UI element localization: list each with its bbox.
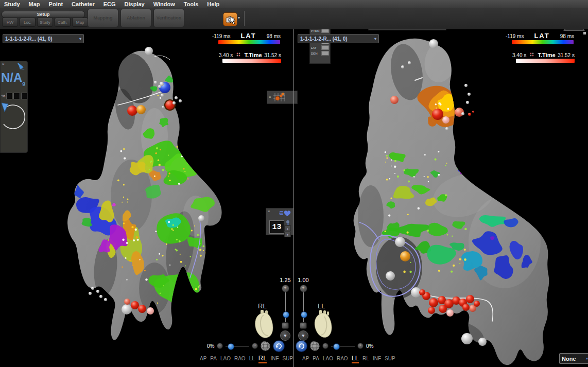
menu-study[interactable]: Study <box>4 1 20 7</box>
menu-help[interactable]: Help <box>207 1 219 7</box>
map-selector-right[interactable]: 1-1-1-1-2-R... (41, 0) ▾ <box>298 34 379 43</box>
count-down-button[interactable]: ▼ <box>284 232 291 237</box>
count-up-button[interactable]: ▲ <box>284 225 291 231</box>
orientation-button-rl[interactable]: RL <box>362 356 369 361</box>
setup-button-hw[interactable]: HW <box>2 18 18 27</box>
map-point[interactable] <box>131 301 139 309</box>
map-point[interactable] <box>461 333 473 344</box>
close-icon[interactable]: × <box>2 62 5 71</box>
map-point[interactable] <box>474 301 480 307</box>
orientation-button-lao[interactable]: LAO <box>220 356 231 361</box>
heart-orientation-left[interactable] <box>252 309 275 341</box>
snapshot-dropdown-chevron[interactable]: ▾ <box>238 15 240 20</box>
zoom-out-button[interactable]: − <box>282 322 289 329</box>
map-point[interactable] <box>122 304 132 314</box>
zoom-track[interactable] <box>303 292 304 322</box>
map-point[interactable] <box>136 105 146 114</box>
orientation-button-sup[interactable]: SUP <box>385 356 395 361</box>
map-point[interactable] <box>147 307 154 314</box>
map-point[interactable] <box>446 309 454 317</box>
map-point[interactable] <box>468 93 471 96</box>
orientation-button-pa[interactable]: PA <box>210 356 217 361</box>
map-point[interactable] <box>96 290 99 293</box>
orientation-button-lao[interactable]: LAO <box>323 356 333 361</box>
3d-map-canvas[interactable] <box>0 0 588 367</box>
map-point[interactable] <box>468 113 471 116</box>
map-point[interactable] <box>478 338 487 346</box>
setup-button-study[interactable]: Study <box>37 18 53 27</box>
map-point[interactable] <box>438 151 440 153</box>
map-point[interactable] <box>165 100 175 110</box>
zoom-track[interactable] <box>285 292 286 322</box>
rotate-button[interactable] <box>273 340 285 352</box>
lat-colorbar[interactable] <box>218 40 280 44</box>
pan-plus-button[interactable]: + <box>357 343 364 349</box>
map-point[interactable] <box>408 61 411 64</box>
map-point[interactable] <box>461 112 464 115</box>
map-point[interactable] <box>432 109 443 120</box>
orientation-button-rao[interactable]: RAO <box>234 356 246 361</box>
anatomy-map-right[interactable] <box>354 39 549 365</box>
menu-display[interactable]: Display <box>125 1 145 7</box>
orientation-button-ap[interactable]: AP <box>302 356 309 361</box>
map-point[interactable] <box>439 305 447 313</box>
map-point[interactable] <box>386 271 395 281</box>
map-point[interactable] <box>442 116 449 124</box>
map-point[interactable] <box>445 127 448 130</box>
zoom-in-button[interactable]: + <box>282 285 289 292</box>
pan-handle[interactable] <box>228 343 234 350</box>
menu-tools[interactable]: Tools <box>184 1 199 7</box>
menu-window[interactable]: Window <box>153 1 175 7</box>
map-point[interactable] <box>400 251 410 261</box>
map-point[interactable] <box>127 106 137 116</box>
pan-minus-button[interactable]: − <box>217 343 223 349</box>
map-point[interactable] <box>89 292 92 295</box>
setup-button-loc[interactable]: Loc. <box>20 18 36 27</box>
map-point[interactable] <box>175 96 178 99</box>
orientation-button-ap[interactable]: AP <box>200 356 206 361</box>
map-point[interactable] <box>138 305 146 313</box>
map-point[interactable] <box>179 99 182 102</box>
close-icon[interactable]: × <box>269 95 271 99</box>
orientation-button-ll[interactable]: LL <box>249 356 255 361</box>
stage-button-verification[interactable]: Verification <box>153 9 184 27</box>
map-point[interactable] <box>91 287 94 290</box>
orientation-button-ll[interactable]: LL <box>352 354 359 363</box>
pan-track[interactable] <box>331 346 355 346</box>
map-point[interactable] <box>466 101 469 104</box>
map-point[interactable] <box>145 47 153 55</box>
orientation-button-rl[interactable]: RL <box>258 354 267 363</box>
lat-colorbar[interactable] <box>512 40 574 44</box>
orientation-button-pa[interactable]: PA <box>313 356 319 361</box>
pan-minus-button[interactable]: − <box>322 343 328 349</box>
zoom-in-button[interactable]: + <box>300 285 307 292</box>
map-point[interactable] <box>466 295 474 303</box>
zoom-handle[interactable] <box>301 311 307 318</box>
zoom-out-button[interactable]: − <box>300 322 307 329</box>
map-point[interactable] <box>472 111 474 113</box>
anatomy-map-left[interactable] <box>67 47 221 340</box>
orientation-button-inf[interactable]: INF <box>270 356 279 361</box>
map-point[interactable] <box>464 84 468 87</box>
menu-map[interactable]: Map <box>29 1 40 7</box>
orientation-button-sup[interactable]: SUP <box>283 356 293 361</box>
reset-view-button[interactable]: ♥ <box>298 330 308 341</box>
setup-button-cath[interactable]: Cath. <box>55 18 71 27</box>
close-icon[interactable]: × <box>268 209 270 214</box>
map-point[interactable] <box>401 65 404 68</box>
map-point[interactable] <box>198 215 204 221</box>
map-selector-left[interactable]: 1-1-1-1-2-R... (41, 0) ▾ <box>3 34 84 43</box>
menu-point[interactable]: Point <box>49 1 63 7</box>
globe-button[interactable] <box>310 341 320 351</box>
pan-handle[interactable] <box>333 343 340 350</box>
grid-points-icon[interactable] <box>273 92 285 102</box>
map-point[interactable] <box>429 298 438 307</box>
pan-track[interactable] <box>226 346 249 346</box>
ttime-colorbar[interactable] <box>222 59 281 63</box>
map-point[interactable] <box>99 295 102 298</box>
heart-orientation-right[interactable] <box>312 309 334 340</box>
map-point[interactable] <box>429 39 438 48</box>
map-point[interactable] <box>390 96 399 104</box>
globe-button[interactable] <box>261 341 270 351</box>
ttime-colorbar[interactable] <box>516 59 575 63</box>
